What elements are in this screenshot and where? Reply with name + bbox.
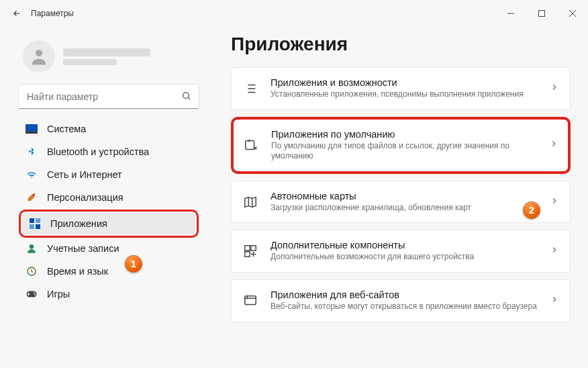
svg-point-17 [34, 293, 35, 294]
search-icon [181, 91, 192, 104]
sidebar-item-time-language[interactable]: Время и язык [19, 261, 199, 282]
sidebar-item-label: Время и язык [47, 266, 108, 277]
system-icon [26, 124, 38, 134]
chevron-right-icon [550, 245, 559, 257]
sidebar-item-apps[interactable]: Приложения [22, 213, 195, 234]
search-input[interactable] [19, 85, 199, 109]
svg-point-5 [183, 93, 189, 99]
svg-rect-23 [245, 295, 256, 304]
svg-point-14 [30, 244, 34, 249]
card-title: Дополнительные компоненты [271, 240, 538, 250]
components-icon [242, 244, 258, 259]
card-offline-maps[interactable]: Автономные карты Загрузки расположение х… [231, 181, 571, 224]
svg-point-18 [34, 294, 36, 295]
sidebar-item-label: Система [47, 124, 86, 134]
apps-icon [29, 218, 41, 229]
settings-window: Параметры [0, 0, 588, 368]
user-email-redacted [63, 59, 117, 65]
time-icon [26, 266, 38, 277]
sidebar-item-label: Bluetooth и устройства [47, 146, 149, 157]
list-icon [242, 81, 258, 96]
accounts-icon [26, 243, 38, 254]
card-optional-features[interactable]: Дополнительные компоненты Дополнительные… [231, 230, 571, 273]
sidebar-item-label: Персонализация [47, 192, 124, 203]
card-desc: Веб-сайты, которые могут открываться в п… [271, 302, 538, 312]
svg-rect-7 [26, 124, 38, 132]
map-icon [242, 195, 258, 210]
svg-rect-8 [26, 132, 38, 134]
sidebar-item-personalization[interactable]: Персонализация [19, 187, 199, 208]
titlebar: Параметры [0, 0, 588, 27]
close-button[interactable] [557, 3, 588, 24]
wifi-icon [26, 170, 38, 179]
maximize-button[interactable] [526, 3, 557, 24]
card-desc: Установленные приложения, псевдонимы вып… [271, 89, 538, 100]
window-controls [495, 3, 588, 24]
user-account-header[interactable] [19, 34, 199, 85]
user-name-redacted [63, 48, 150, 56]
chevron-right-icon [550, 196, 559, 208]
svg-rect-20 [245, 246, 250, 250]
sidebar-item-system[interactable]: Система [19, 118, 199, 140]
svg-point-4 [36, 50, 42, 56]
websites-icon [242, 293, 258, 308]
annotation-badge-2: 2 [523, 201, 540, 219]
main-content: Приложения Приложения и возможности Уста… [207, 27, 588, 368]
sidebar-item-label: Учетные записи [47, 243, 119, 254]
card-desc: Загрузки расположение хранилища, обновле… [271, 203, 538, 214]
default-apps-icon [243, 138, 259, 152]
sidebar-item-bluetooth[interactable]: Bluetooth и устройства [19, 141, 199, 163]
svg-rect-21 [251, 246, 256, 250]
back-icon[interactable] [12, 9, 21, 18]
search-box[interactable] [19, 85, 199, 109]
minimize-button[interactable] [495, 3, 526, 24]
sidebar-item-label: Приложения [50, 218, 107, 229]
svg-rect-12 [30, 224, 34, 229]
card-title: Приложения для веб-сайтов [271, 289, 538, 300]
svg-line-6 [188, 97, 190, 99]
sidebar-item-accounts[interactable]: Учетные записи [19, 238, 199, 259]
card-default-apps[interactable]: Приложения по умолчанию По умолчанию для… [231, 117, 571, 174]
sidebar: Система Bluetooth и устройства Сеть и Ин… [0, 27, 207, 368]
bluetooth-icon [26, 146, 38, 157]
svg-rect-1 [539, 11, 545, 17]
sidebar-item-games[interactable]: Игры [19, 283, 199, 305]
chevron-right-icon [550, 83, 559, 95]
svg-rect-19 [246, 141, 254, 150]
svg-rect-11 [36, 218, 40, 223]
annotation-highlight-1: Приложения [19, 210, 199, 238]
svg-rect-13 [36, 224, 40, 229]
card-desc: По умолчанию для типов файлов и ссылок, … [271, 141, 537, 162]
chevron-right-icon [550, 295, 559, 307]
card-title: Приложения по умолчанию [271, 129, 537, 140]
gamepad-icon [26, 289, 38, 299]
card-apps-for-websites[interactable]: Приложения для веб-сайтов Веб-сайты, кот… [231, 279, 571, 322]
sidebar-item-network[interactable]: Сеть и Интернет [19, 164, 199, 185]
paintbrush-icon [26, 192, 38, 203]
sidebar-item-label: Игры [47, 289, 70, 300]
nav-list: Система Bluetooth и устройства Сеть и Ин… [19, 118, 199, 208]
card-apps-features[interactable]: Приложения и возможности Установленные п… [231, 67, 571, 110]
card-title: Приложения и возможности [271, 77, 538, 88]
svg-rect-22 [245, 252, 250, 257]
svg-rect-10 [30, 218, 34, 223]
card-title: Автономные карты [271, 191, 538, 201]
annotation-badge-1: 1 [125, 255, 142, 273]
card-desc: Дополнительные возможности для вашего ус… [271, 252, 538, 263]
page-title: Приложения [231, 34, 571, 55]
avatar [23, 40, 55, 73]
window-title: Параметры [31, 9, 74, 18]
chevron-right-icon [549, 139, 558, 151]
sidebar-item-label: Сеть и Интернет [47, 169, 122, 180]
